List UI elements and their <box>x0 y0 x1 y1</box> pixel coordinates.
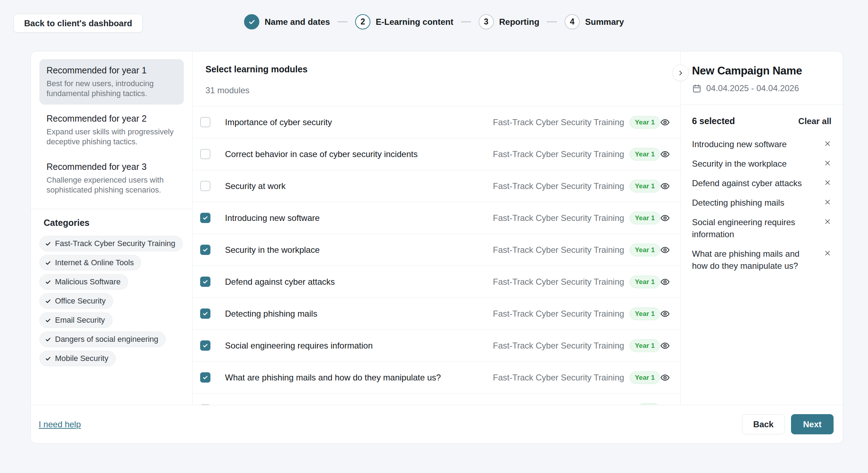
preview-button[interactable] <box>660 309 670 319</box>
category-chip[interactable]: Internet & Online Tools <box>39 255 141 271</box>
preview-button[interactable] <box>660 277 670 287</box>
module-checkbox[interactable] <box>200 245 210 255</box>
category-chip[interactable]: Dangers of social engineering <box>39 332 166 347</box>
remove-module-button[interactable] <box>824 197 831 206</box>
category-chip[interactable]: Email Security <box>39 312 112 328</box>
module-checkbox[interactable] <box>200 308 210 319</box>
recommendation-description: Best for new users, introducing fundamen… <box>46 79 177 99</box>
preview-button[interactable] <box>660 149 670 159</box>
module-checkbox[interactable] <box>200 149 210 159</box>
eye-icon <box>660 245 670 255</box>
module-checkbox[interactable] <box>200 181 210 191</box>
category-chip-label: Internet & Online Tools <box>55 258 134 267</box>
step-circle <box>244 14 259 29</box>
close-icon <box>824 198 831 206</box>
selected-module-item: Security in the workplace <box>692 158 831 170</box>
module-list-section: Select learning modules 31 modules Impor… <box>193 51 680 405</box>
recommendation-item[interactable]: Recommended for year 2 Expand user skill… <box>39 107 184 153</box>
clear-all-button[interactable]: Clear all <box>798 116 831 126</box>
category-chip[interactable]: Fast-Track Cyber Security Training <box>39 236 183 251</box>
module-course: Fast-Track Cyber Security Training <box>493 372 630 383</box>
year-badge: Year 1 <box>630 276 660 288</box>
module-row[interactable]: Importance of cyber security Fast-Track … <box>193 106 680 138</box>
module-row[interactable]: Defend against cyber attacks Fast-Track … <box>193 266 680 298</box>
module-list-header: Select learning modules 31 modules <box>193 51 680 106</box>
wizard-stepper: Name and dates 2 E-Learning content 3 Re… <box>244 14 624 29</box>
remove-module-button[interactable] <box>824 158 831 167</box>
category-chip[interactable]: Mobile Security <box>39 351 116 366</box>
selected-count: 6 selected <box>692 116 735 126</box>
selected-module-item: Defend against cyber attacks <box>692 177 831 189</box>
module-row[interactable]: Security at work Fast-Track Cyber Securi… <box>193 170 680 202</box>
remove-module-button[interactable] <box>824 248 831 257</box>
step-number: 4 <box>570 17 575 27</box>
step-label: Reporting <box>499 17 539 27</box>
module-row[interactable]: Detecting phishing mails Fast-Track Cybe… <box>193 298 680 330</box>
module-row[interactable]: Social engineering requires information … <box>193 330 680 362</box>
check-icon <box>45 241 51 247</box>
module-row[interactable]: Fast-Track Cyber Security Training <box>193 394 680 405</box>
preview-button[interactable] <box>660 213 670 223</box>
help-link[interactable]: I need help <box>39 419 81 429</box>
module-list: Importance of cyber security Fast-Track … <box>193 106 680 405</box>
eye-icon <box>660 213 670 223</box>
stepper-step-2[interactable]: 2 E-Learning content <box>355 14 454 29</box>
check-icon <box>45 336 51 343</box>
module-row[interactable]: Correct behavior in case of cyber securi… <box>193 138 680 170</box>
check-icon <box>202 279 208 285</box>
selected-module-item: What are phishing mails and how do they … <box>692 248 831 272</box>
module-course: Fast-Track Cyber Security Training <box>493 180 630 191</box>
selected-module-label: Security in the workplace <box>692 158 824 170</box>
module-row[interactable]: Introducing new software Fast-Track Cybe… <box>193 202 680 234</box>
selected-module-label: Detecting phishing mails <box>692 197 824 209</box>
module-checkbox[interactable] <box>200 372 210 383</box>
recommendation-item[interactable]: Recommended for year 3 Challenge experie… <box>39 156 184 201</box>
category-chip[interactable]: Office Security <box>39 293 113 309</box>
year-badge: Year 1 <box>630 371 660 384</box>
category-chip-list: Fast-Track Cyber Security Training Inter… <box>39 236 184 366</box>
module-title: Defend against cyber attacks <box>225 277 493 287</box>
module-checkbox[interactable] <box>200 213 210 223</box>
stepper-step-1[interactable]: Name and dates <box>244 14 330 29</box>
eye-icon <box>660 117 670 127</box>
category-chip-label: Dangers of social engineering <box>55 335 158 344</box>
category-chip-label: Malicious Software <box>55 277 121 286</box>
check-icon <box>202 311 208 317</box>
module-row[interactable]: What are phishing mails and how do they … <box>193 362 680 394</box>
module-row[interactable]: Security in the workplace Fast-Track Cyb… <box>193 234 680 266</box>
campaign-date-range: 04.04.2025 - 04.04.2026 <box>692 83 831 93</box>
sidebar-divider <box>31 209 192 209</box>
preview-button[interactable] <box>660 181 670 191</box>
recommendation-item[interactable]: Recommended for year 1 Best for new user… <box>39 59 184 105</box>
year-badge: Year 1 <box>630 307 660 320</box>
module-checkbox[interactable] <box>200 340 210 351</box>
preview-button[interactable] <box>660 117 670 127</box>
module-checkbox[interactable] <box>200 117 210 127</box>
preview-button[interactable] <box>660 373 670 383</box>
year-badge: Year 1 <box>630 244 660 256</box>
preview-button[interactable] <box>660 341 670 351</box>
step-circle: 4 <box>565 14 580 29</box>
category-chip[interactable]: Malicious Software <box>39 274 128 290</box>
module-list-title: Select learning modules <box>205 64 668 74</box>
remove-module-button[interactable] <box>824 138 831 148</box>
module-checkbox[interactable] <box>200 277 210 287</box>
module-course: Fast-Track Cyber Security Training <box>493 276 630 287</box>
preview-button[interactable] <box>660 245 670 255</box>
module-count: 31 modules <box>205 85 668 95</box>
check-icon <box>248 18 256 26</box>
selected-modules-list: Introducing new software Security in the… <box>692 138 831 272</box>
back-button[interactable]: Back <box>742 414 785 434</box>
recommendation-list: Recommended for year 1 Best for new user… <box>39 59 184 201</box>
eye-icon <box>660 277 670 287</box>
recommendation-description: Expand user skills with progressively de… <box>46 127 177 147</box>
remove-module-button[interactable] <box>824 216 831 226</box>
next-button[interactable]: Next <box>791 414 834 434</box>
remove-module-button[interactable] <box>824 177 831 187</box>
stepper-step-4[interactable]: 4 Summary <box>565 14 624 29</box>
module-title: Social engineering requires information <box>225 341 493 351</box>
stepper-step-3[interactable]: 3 Reporting <box>479 14 539 29</box>
collapse-panel-button[interactable] <box>672 65 689 81</box>
selected-module-label: Introducing new software <box>692 138 824 150</box>
back-to-dashboard-button[interactable]: Back to client's dashboard <box>13 14 143 33</box>
